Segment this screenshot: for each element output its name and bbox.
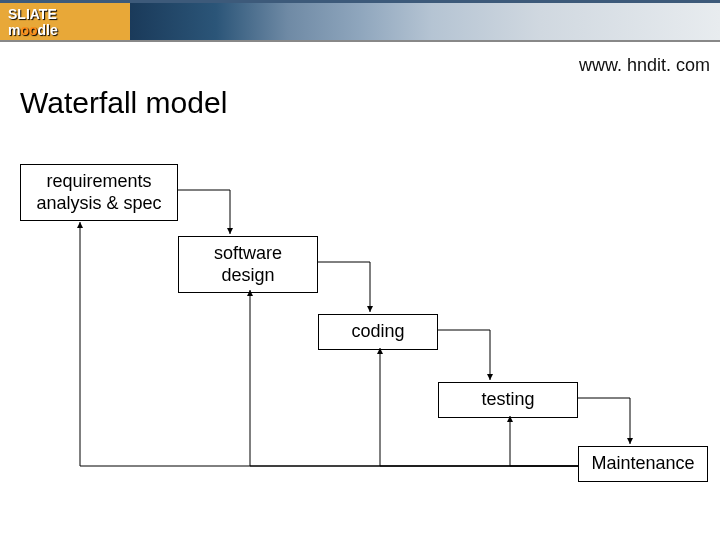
top-banner: SLIATE moodle (0, 0, 720, 42)
stage-coding: coding (318, 314, 438, 350)
stage-requirements: requirementsanalysis & spec (20, 164, 178, 221)
logo: SLIATE moodle (8, 6, 58, 38)
stage-design: softwaredesign (178, 236, 318, 293)
waterfall-diagram: requirementsanalysis & spec softwaredesi… (20, 150, 700, 500)
stage-maintenance: Maintenance (578, 446, 708, 482)
logo-brand-part1: m (8, 22, 20, 38)
logo-brand-end: dle (38, 22, 58, 38)
logo-prefix: SLIATE (8, 6, 57, 22)
page-title: Waterfall model (20, 86, 227, 120)
stage-testing: testing (438, 382, 578, 418)
source-url: www. hndit. com (579, 55, 710, 76)
logo-brand-mid: oo (20, 22, 37, 38)
